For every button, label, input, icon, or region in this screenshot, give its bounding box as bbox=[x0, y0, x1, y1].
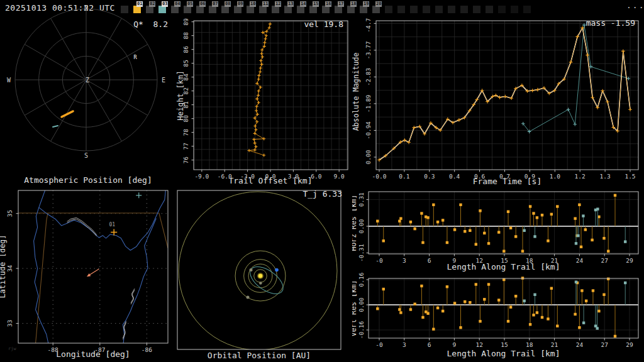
longitude-caption: Longitude [deg] bbox=[11, 349, 175, 359]
svg-text:34: 34 bbox=[6, 265, 13, 272]
svg-text:3: 3 bbox=[402, 341, 406, 348]
svg-text:0.00: 0.00 bbox=[358, 297, 365, 312]
trail-offset-plot: -9.0-6.0-3.00.03.06.09.07677788081828485… bbox=[176, 18, 352, 187]
trajectory-arrow bbox=[87, 273, 91, 277]
event-chip-13: 13 bbox=[287, 1, 294, 7]
event-chip-07: 07 bbox=[212, 1, 218, 7]
svg-text:76: 76 bbox=[182, 156, 189, 164]
event-chip-16: 16 bbox=[325, 1, 331, 7]
event-box-empty bbox=[448, 6, 455, 13]
svg-text:Z: Z bbox=[86, 77, 89, 84]
ground-track-map: -88-87-86353433Latitude [deg]01 bbox=[0, 187, 176, 362]
svg-text:S: S bbox=[84, 152, 88, 159]
event-chip-08: 08 bbox=[225, 1, 231, 7]
svg-text:-1.89: -1.89 bbox=[365, 94, 372, 112]
event-chip-11: 11 bbox=[262, 1, 269, 7]
event-chip-10: 10 bbox=[250, 1, 256, 7]
event-box-empty bbox=[410, 6, 418, 13]
svg-text:Absolute Magnitude: Absolute Magnitude bbox=[352, 53, 360, 131]
planet-mars bbox=[247, 296, 250, 299]
svg-text:9: 9 bbox=[453, 341, 457, 348]
svg-text:0.31: 0.31 bbox=[358, 192, 365, 207]
svg-text:-0.16: -0.16 bbox=[358, 321, 365, 339]
event-chip-15: 15 bbox=[313, 1, 319, 7]
overflow-menu-button[interactable]: ... bbox=[626, 1, 644, 10]
svg-text:6: 6 bbox=[428, 341, 431, 348]
mass-label: mass -1.59 bbox=[352, 18, 635, 28]
event-chip-19: 19 bbox=[363, 1, 369, 7]
event-chip-09: 09 bbox=[237, 1, 243, 7]
svg-text:N: N bbox=[84, 4, 88, 11]
event-box-empty bbox=[511, 6, 518, 13]
q-value-label: Q* 8.2 bbox=[0, 19, 168, 29]
event-chip-06: 06 bbox=[199, 1, 206, 7]
event-box-empty bbox=[397, 6, 405, 13]
planet-venus bbox=[250, 268, 253, 272]
svg-text:18: 18 bbox=[526, 341, 533, 348]
svg-text:W: W bbox=[7, 77, 11, 84]
event-box-empty bbox=[473, 6, 480, 13]
event-box-empty bbox=[523, 6, 531, 13]
tisserand-label: T_j 6.33 bbox=[176, 189, 342, 199]
svg-text:21: 21 bbox=[551, 341, 558, 348]
planet-mercury bbox=[259, 282, 262, 285]
svg-text:01: 01 bbox=[109, 222, 115, 228]
frame-time-caption: Frame Time [s] bbox=[377, 177, 637, 186]
svg-text:85: 85 bbox=[182, 60, 189, 67]
event-streak-03 bbox=[53, 126, 58, 127]
svg-text:15: 15 bbox=[501, 341, 508, 348]
svg-text:0.16: 0.16 bbox=[358, 272, 365, 287]
app-screen: 20251013 00:51:22 UTC 010203040506070809… bbox=[0, 0, 644, 362]
light-curve-plot: -0.00.10.30.40.60.70.91.01.21.31.50.00-0… bbox=[352, 18, 644, 187]
svg-text:-2.83: -2.83 bbox=[365, 68, 372, 86]
svg-text:78: 78 bbox=[182, 129, 189, 136]
trail-caption: Trail Offset [km] bbox=[176, 176, 365, 185]
svg-text:86: 86 bbox=[182, 46, 189, 53]
atmospheric-caption: Atmospheric Position [deg] bbox=[0, 175, 176, 185]
horz-res-caption: Length Along Trail [km] bbox=[374, 262, 633, 272]
watermark: rjw bbox=[8, 346, 16, 351]
svg-text:0.00: 0.00 bbox=[358, 219, 365, 233]
svg-text:24: 24 bbox=[576, 341, 584, 348]
svg-text:-0.31: -0.31 bbox=[358, 244, 365, 262]
event-box-empty bbox=[423, 6, 430, 13]
event-box-empty bbox=[435, 6, 443, 13]
svg-text:35: 35 bbox=[6, 210, 13, 217]
orbital-position-plot bbox=[176, 187, 352, 362]
svg-text:12: 12 bbox=[475, 341, 482, 348]
svg-text:33: 33 bbox=[6, 320, 13, 327]
svg-text:29: 29 bbox=[626, 341, 633, 348]
svg-text:-3.77: -3.77 bbox=[365, 41, 372, 60]
event-chip-05: 05 bbox=[187, 1, 193, 7]
event-chip-17: 17 bbox=[338, 1, 344, 7]
svg-text:Height [km]: Height [km] bbox=[176, 70, 185, 120]
svg-text:88: 88 bbox=[182, 32, 189, 40]
event-box-empty bbox=[460, 6, 468, 13]
event-chip-20: 20 bbox=[375, 1, 382, 7]
svg-text:Horz Res [km]: Horz Res [km] bbox=[352, 194, 358, 251]
event-chip-18: 18 bbox=[350, 1, 357, 7]
orbital-caption: Orbital Position [AU] bbox=[165, 351, 353, 360]
svg-text:Vert Res [km]: Vert Res [km] bbox=[352, 280, 358, 336]
sun bbox=[258, 274, 263, 278]
event-box-empty bbox=[498, 6, 506, 13]
svg-text:77: 77 bbox=[182, 143, 189, 150]
event-chip-14: 14 bbox=[300, 1, 306, 7]
svg-text:-0.94: -0.94 bbox=[365, 121, 372, 140]
svg-text:R: R bbox=[133, 54, 137, 60]
svg-text:E: E bbox=[162, 77, 165, 84]
event-chip-12: 12 bbox=[275, 1, 281, 7]
planet-earth bbox=[275, 268, 279, 272]
velocity-label: vel 19.8 bbox=[176, 19, 343, 29]
event-box-empty bbox=[385, 6, 392, 13]
vert-res-caption: Length Along Trail [km] bbox=[374, 349, 633, 358]
event-box-empty bbox=[486, 6, 493, 13]
svg-text:27: 27 bbox=[601, 341, 608, 348]
svg-text:0.00: 0.00 bbox=[365, 150, 372, 164]
svg-text:-0: -0 bbox=[375, 341, 383, 348]
svg-text:Latitude [deg]: Latitude [deg] bbox=[0, 234, 7, 298]
residuals-plot: -0369121518212427290.310.00-0.31Horz Res… bbox=[352, 187, 644, 362]
